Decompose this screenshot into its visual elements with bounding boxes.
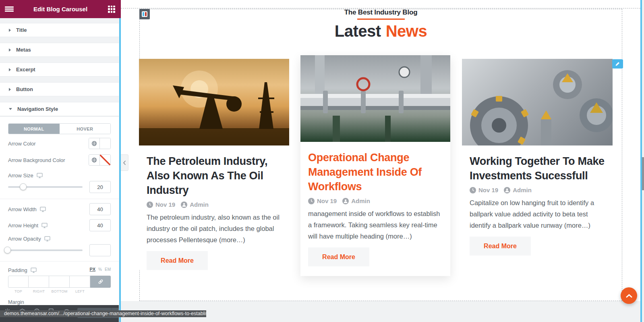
post-title[interactable]: Operational Change Management Inside Of … — [308, 150, 442, 194]
blog-card: Working Together To Make Investments Suc… — [462, 59, 613, 256]
chevron-up-icon — [626, 294, 632, 298]
post-image-oil-pumpjack[interactable] — [139, 59, 289, 145]
arrow-size-input[interactable] — [89, 181, 111, 193]
post-meta: Nov 19 Admin — [470, 187, 605, 193]
section-button[interactable]: Button — [0, 82, 119, 96]
post-title[interactable]: The Petroleum Industry, Also Known As Th… — [147, 154, 281, 197]
arrow-opacity-slider[interactable] — [8, 249, 83, 251]
arrow-size-slider[interactable] — [8, 186, 83, 188]
post-author: Admin — [181, 201, 209, 208]
edit-widget-pencil-icon[interactable] — [612, 59, 623, 69]
padding-bottom-input[interactable] — [49, 276, 70, 288]
post-excerpt: Capitalize on low hanging fruit to ident… — [470, 197, 605, 231]
tab-hover[interactable]: HOVER — [60, 124, 111, 134]
post-date: Nov 19 — [470, 187, 498, 193]
section-navigation-style[interactable]: Navigation Style — [0, 102, 119, 116]
link-preview-statusbar: demos.themeansar.com/.../operational-cha… — [0, 310, 206, 317]
caret-right-icon — [9, 88, 11, 91]
padding-left-input[interactable] — [70, 276, 90, 288]
eyebrow-underline — [357, 19, 405, 20]
caret-right-icon — [9, 29, 11, 32]
caret-right-icon — [9, 48, 11, 52]
arrow-color-picker[interactable] — [89, 138, 111, 149]
read-more-button[interactable]: Read More — [470, 237, 531, 256]
read-more-button[interactable]: Read More — [308, 247, 369, 266]
color-swatch-empty[interactable] — [100, 155, 110, 165]
blog-section: The Best Industry Blog LatestNews — [121, 0, 640, 301]
padding-field-labels: TOP RIGHT BOTTOM LEFT — [8, 289, 90, 293]
arrow-height-input[interactable] — [89, 219, 111, 231]
post-meta: Nov 19 Admin — [308, 197, 442, 204]
navigation-style-controls: NORMAL HOVER Arrow Color Arrow Backgroun… — [0, 116, 119, 305]
user-icon — [342, 198, 349, 204]
panel-collapse-handle[interactable] — [121, 154, 128, 171]
elementor-panel: Edit Blog Carousel Title Metas Excerpt B… — [0, 0, 119, 322]
blog-card-active: Operational Change Management Inside Of … — [300, 55, 450, 276]
edit-column-handle[interactable] — [139, 9, 150, 19]
globals-icon[interactable] — [89, 155, 100, 165]
blog-eyebrow-heading: The Best Industry Blog — [139, 8, 622, 17]
padding-label: Padding — [8, 264, 37, 276]
card-image-art — [300, 55, 450, 142]
post-image-milling-tools[interactable] — [462, 59, 613, 145]
panel-title: Edit Blog Carousel — [19, 6, 102, 12]
arrow-opacity-label: Arrow Opacity — [8, 233, 50, 244]
clock-icon — [308, 198, 315, 204]
globals-icon[interactable] — [89, 138, 100, 149]
arrow-bg-color-label: Arrow Background Color — [8, 154, 65, 166]
editor-canvas: The Best Industry Blog LatestNews — [119, 0, 644, 322]
unit-em[interactable]: EM — [105, 267, 111, 272]
column-icon — [142, 11, 147, 17]
post-date: Nov 19 — [147, 201, 175, 208]
post-meta: Nov 19 Admin — [147, 201, 281, 208]
post-excerpt: management inside of workflows to establ… — [308, 208, 442, 242]
arrow-width-input[interactable] — [89, 203, 111, 215]
post-title[interactable]: Working Together To Make Investments Suc… — [470, 154, 605, 183]
desktop-icon[interactable] — [37, 173, 43, 178]
scroll-to-top-button[interactable] — [621, 287, 637, 304]
post-author: Admin — [342, 197, 370, 204]
unit-px[interactable]: PX — [89, 267, 95, 272]
desktop-icon[interactable] — [31, 268, 37, 273]
arrow-opacity-input[interactable] — [89, 244, 111, 256]
menu-icon[interactable] — [0, 6, 19, 12]
slider-handle[interactable] — [4, 247, 11, 253]
padding-top-input[interactable] — [8, 276, 29, 288]
caret-right-icon — [9, 68, 11, 71]
clock-icon — [147, 202, 153, 208]
slider-handle[interactable] — [20, 183, 27, 190]
desktop-icon[interactable] — [40, 207, 46, 212]
tab-normal[interactable]: NORMAL — [8, 124, 60, 134]
card-image-art — [139, 59, 289, 145]
canvas-scrollbar[interactable] — [642, 0, 644, 322]
widgets-grid-icon[interactable] — [102, 6, 121, 13]
desktop-icon[interactable] — [41, 223, 48, 228]
divider — [0, 199, 119, 199]
caret-down-icon — [9, 108, 12, 110]
arrow-color-label: Arrow Color — [8, 138, 36, 149]
user-icon — [504, 187, 510, 193]
desktop-icon[interactable] — [44, 236, 50, 241]
post-excerpt: The petroleum industry, also known as th… — [147, 212, 281, 245]
post-author: Admin — [504, 187, 532, 193]
read-more-button[interactable]: Read More — [147, 251, 208, 270]
link-values-button[interactable] — [90, 276, 111, 288]
padding-inputs — [8, 276, 111, 288]
unit-percent[interactable]: % — [98, 267, 102, 272]
arrow-bg-color-picker[interactable] — [89, 154, 111, 166]
unit-switcher: PX % EM — [89, 267, 111, 272]
section-metas[interactable]: Metas — [0, 43, 119, 57]
color-swatch[interactable] — [100, 138, 110, 149]
clock-icon — [470, 187, 476, 193]
blog-main-heading: LatestNews — [139, 22, 622, 40]
arrow-width-label: Arrow Width — [8, 203, 46, 215]
post-image-industrial-pipes[interactable] — [300, 55, 450, 142]
arrow-height-label: Arrow Height — [8, 219, 48, 231]
section-excerpt[interactable]: Excerpt — [0, 62, 119, 77]
padding-right-input[interactable] — [29, 276, 49, 288]
section-title[interactable]: Title — [0, 23, 119, 37]
post-date: Nov 19 — [308, 197, 337, 204]
scrollbar-thumb[interactable] — [642, 157, 644, 190]
state-tabs: NORMAL HOVER — [8, 123, 111, 134]
arrow-size-label: Arrow Size — [8, 170, 43, 181]
